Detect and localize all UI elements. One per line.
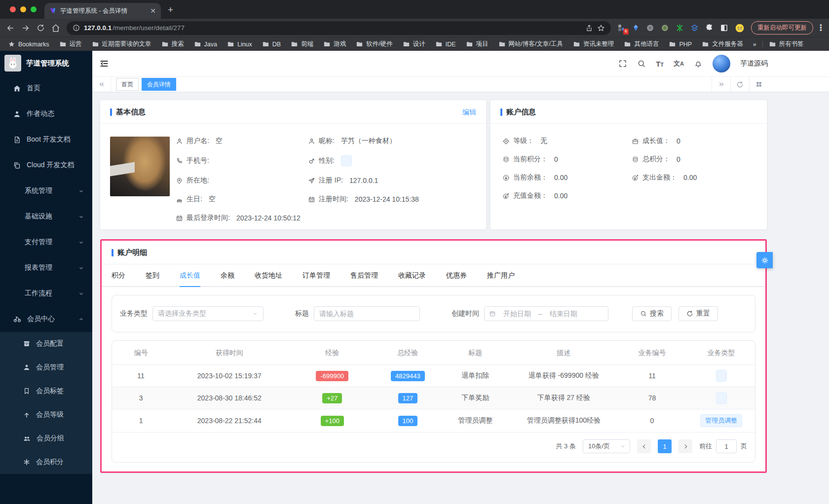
zoom-window-button[interactable] bbox=[31, 6, 37, 12]
font-size-icon[interactable]: TT bbox=[656, 60, 664, 68]
tab-signin[interactable]: 签到 bbox=[146, 271, 159, 286]
bookmark-folder[interactable]: 网站/博客/文章/工具 bbox=[498, 40, 563, 48]
sidebar-group-workflow[interactable]: 工作流程 bbox=[0, 281, 92, 306]
field-gender: 性别: bbox=[308, 155, 476, 166]
layout-grid-icon[interactable] bbox=[749, 77, 768, 92]
fullscreen-icon[interactable] bbox=[618, 59, 627, 68]
bookmark-folder[interactable]: 搜索 bbox=[161, 40, 184, 48]
current-page-button[interactable]: 1 bbox=[658, 439, 672, 453]
sidebar-item-member-manage[interactable]: 会员管理 bbox=[0, 356, 92, 379]
theme-settings-button[interactable] bbox=[756, 252, 773, 268]
tab-promoted-users[interactable]: 推广用户 bbox=[487, 271, 515, 286]
sidebar-group-infra[interactable]: 基础设施 bbox=[0, 204, 92, 229]
reload-icon[interactable] bbox=[37, 24, 45, 32]
bookmark-folder[interactable]: 设计 bbox=[403, 40, 425, 48]
bookmark-folder[interactable]: Java bbox=[194, 40, 217, 48]
forward-icon[interactable] bbox=[21, 24, 30, 33]
browser-menu-icon[interactable]: ••• bbox=[820, 24, 822, 32]
tags-scroll-right-icon[interactable] bbox=[712, 77, 730, 92]
edit-button[interactable]: 编辑 bbox=[462, 108, 476, 117]
sidebar-item-author-news[interactable]: 作者动态 bbox=[0, 101, 92, 127]
sidebar-item-home[interactable]: 首页 bbox=[0, 75, 92, 101]
extension-cmd-icon[interactable]: ⌘ bbox=[646, 24, 654, 32]
bookmark-folder[interactable]: Linux bbox=[227, 40, 252, 48]
tab-close-icon[interactable]: ✕ bbox=[150, 7, 156, 15]
bookmark-folder[interactable]: 前端 bbox=[291, 40, 313, 48]
sidebar-item-cloud-docs[interactable]: Cloud 开发文档 bbox=[0, 152, 92, 178]
sidebar-item-member-level[interactable]: 会员等级 bbox=[0, 403, 92, 427]
profile-avatar-emoji[interactable] bbox=[735, 23, 745, 33]
browser-update-button[interactable]: 重新启动即可更新 bbox=[751, 21, 813, 35]
search-icon[interactable] bbox=[637, 59, 646, 68]
pagination-goto-input[interactable] bbox=[716, 439, 737, 453]
bookmark-folder[interactable]: 运营 bbox=[59, 40, 82, 48]
address-bar[interactable]: 127.0.0.1 /member/user/detail/277 bbox=[67, 21, 611, 35]
bookmark-folder[interactable]: 其他语言 bbox=[624, 40, 659, 48]
start-date-input[interactable] bbox=[499, 310, 535, 318]
tag-home[interactable]: 首页 bbox=[116, 78, 139, 91]
site-info-icon[interactable] bbox=[73, 24, 80, 32]
browser-tab[interactable]: 芋道管理系统 - 会员详情 ✕ bbox=[44, 3, 161, 19]
bookmark-folder[interactable]: 近期需要读的文章 bbox=[92, 40, 151, 48]
tab-points[interactable]: 积分 bbox=[112, 271, 125, 286]
bookmark-folder[interactable]: IDE bbox=[435, 40, 456, 48]
collapse-sidebar-icon[interactable] bbox=[99, 59, 109, 69]
reset-button[interactable]: 重置 bbox=[678, 306, 718, 321]
extension-puzzle-icon[interactable] bbox=[705, 24, 714, 32]
tab-balance[interactable]: 余额 bbox=[221, 271, 234, 286]
extension-panel-icon[interactable] bbox=[720, 24, 728, 32]
tab-coupons[interactable]: 优惠券 bbox=[446, 271, 467, 286]
tags-scroll-left-icon[interactable] bbox=[92, 77, 111, 92]
bookmark-folder[interactable]: 文件服务器 bbox=[702, 40, 743, 48]
translate-icon[interactable]: 文A bbox=[674, 59, 684, 68]
bookmark-folder[interactable]: PHP bbox=[669, 40, 692, 48]
bookmarks-manager[interactable]: Bookmarks bbox=[8, 40, 49, 48]
bookmark-folder[interactable]: 资讯未整理 bbox=[573, 40, 614, 48]
sidebar-group-payment[interactable]: 支付管理 bbox=[0, 229, 92, 255]
tab-aftersale[interactable]: 售后管理 bbox=[350, 271, 378, 286]
sidebar-item-member-tag[interactable]: 会员标签 bbox=[0, 379, 92, 403]
share-icon[interactable] bbox=[585, 24, 593, 32]
tag-member-detail[interactable]: 会员详情 bbox=[142, 78, 176, 91]
sidebar-group-member-center[interactable]: 会员中心 bbox=[0, 306, 92, 332]
bookmark-folder[interactable]: 项目 bbox=[466, 40, 489, 48]
tab-orders[interactable]: 订单管理 bbox=[302, 271, 330, 286]
prev-page-icon[interactable] bbox=[637, 439, 651, 453]
sidebar-item-member-group[interactable]: 会员分组 bbox=[0, 427, 92, 450]
bookmark-folder[interactable]: 软件/硬件 bbox=[356, 40, 392, 48]
title-filter-input[interactable] bbox=[314, 306, 420, 321]
sidebar-group-system[interactable]: 系统管理 bbox=[0, 178, 92, 204]
app-logo[interactable]: 芋道管理系统 bbox=[0, 51, 92, 75]
sidebar-item-boot-docs[interactable]: Boot 开发文档 bbox=[0, 127, 92, 152]
notification-bell-icon[interactable] bbox=[694, 59, 703, 68]
bookmark-folder[interactable]: 游戏 bbox=[323, 40, 346, 48]
all-bookmarks[interactable]: 所有书签 bbox=[769, 40, 804, 48]
refresh-page-icon[interactable] bbox=[730, 77, 749, 92]
sidebar-item-member-points[interactable]: 会员积分 bbox=[0, 450, 92, 474]
tab-address[interactable]: 收货地址 bbox=[255, 271, 282, 286]
extension-gem-icon[interactable] bbox=[632, 24, 640, 32]
extension-grid-icon[interactable]: 6 bbox=[617, 24, 626, 32]
user-avatar[interactable] bbox=[713, 55, 730, 72]
page-size-select[interactable]: 10条/页 bbox=[583, 439, 630, 453]
date-range-picker[interactable]: – bbox=[484, 306, 608, 321]
end-date-input[interactable] bbox=[545, 310, 582, 318]
tab-favorites[interactable]: 收藏记录 bbox=[398, 271, 426, 286]
extension-green-dot-icon[interactable] bbox=[661, 24, 669, 32]
next-page-icon[interactable] bbox=[678, 439, 692, 453]
extension-layers-icon[interactable] bbox=[690, 24, 699, 32]
extension-star-icon[interactable] bbox=[676, 24, 684, 32]
bookmark-star-icon[interactable] bbox=[597, 24, 605, 32]
bookmarks-overflow-chevron[interactable]: » bbox=[753, 41, 756, 48]
tab-growth[interactable]: 成长值 bbox=[180, 271, 200, 287]
bookmark-folder[interactable]: DB bbox=[262, 40, 281, 48]
sidebar-item-member-config[interactable]: 会员配置 bbox=[0, 332, 92, 356]
home-icon[interactable] bbox=[51, 24, 60, 33]
close-window-button[interactable] bbox=[10, 6, 16, 12]
back-icon[interactable] bbox=[6, 24, 15, 33]
biz-type-select[interactable]: 请选择业务类型 bbox=[152, 306, 264, 321]
search-button[interactable]: 搜索 bbox=[632, 306, 672, 321]
minimize-window-button[interactable] bbox=[20, 6, 26, 12]
sidebar-group-report[interactable]: 报表管理 bbox=[0, 255, 92, 281]
new-tab-button[interactable]: + bbox=[168, 5, 173, 14]
